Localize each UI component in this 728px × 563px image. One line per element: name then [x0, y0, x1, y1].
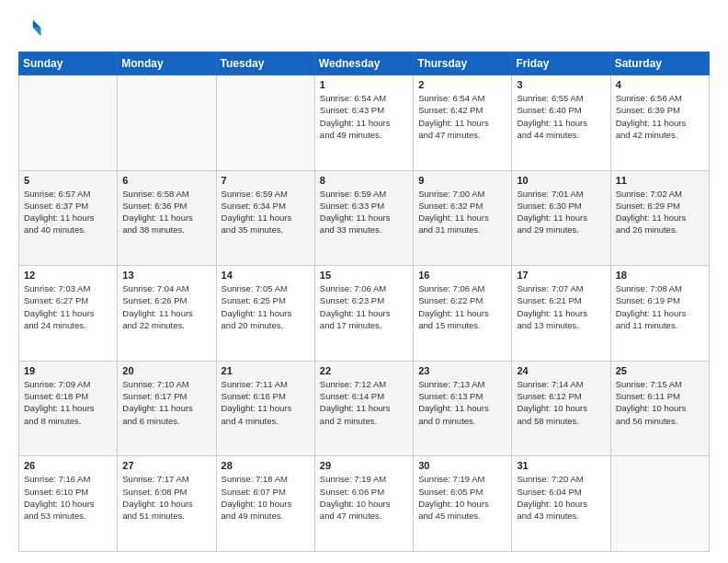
day-cell: 10Sunrise: 7:01 AM Sunset: 6:30 PM Dayli…: [512, 170, 610, 266]
day-info: Sunrise: 7:15 AM Sunset: 6:11 PM Dayligh…: [616, 378, 704, 427]
week-row-5: 26Sunrise: 7:16 AM Sunset: 6:10 PM Dayli…: [19, 456, 710, 552]
day-cell: 5Sunrise: 6:57 AM Sunset: 6:37 PM Daylig…: [19, 170, 118, 266]
day-number: 27: [122, 460, 210, 471]
day-cell: 12Sunrise: 7:03 AM Sunset: 6:27 PM Dayli…: [19, 266, 118, 362]
weekday-header-thursday: Thursday: [414, 52, 512, 75]
day-info: Sunrise: 7:03 AM Sunset: 6:27 PM Dayligh…: [24, 282, 112, 331]
weekday-header-friday: Friday: [512, 52, 610, 75]
day-number: 24: [517, 365, 605, 376]
day-number: 3: [517, 79, 605, 90]
day-number: 11: [616, 175, 704, 186]
svg-marker-0: [33, 20, 41, 29]
day-number: 20: [122, 365, 210, 376]
day-number: 12: [24, 270, 112, 281]
day-cell: 26Sunrise: 7:16 AM Sunset: 6:10 PM Dayli…: [19, 456, 118, 552]
day-cell: 9Sunrise: 7:00 AM Sunset: 6:32 PM Daylig…: [414, 170, 512, 266]
week-row-4: 19Sunrise: 7:09 AM Sunset: 6:18 PM Dayli…: [19, 361, 710, 456]
day-cell: 2Sunrise: 6:54 AM Sunset: 6:42 PM Daylig…: [414, 75, 512, 171]
day-info: Sunrise: 7:02 AM Sunset: 6:29 PM Dayligh…: [616, 188, 704, 236]
day-number: 22: [320, 365, 408, 376]
svg-marker-1: [33, 28, 41, 36]
day-info: Sunrise: 6:59 AM Sunset: 6:33 PM Dayligh…: [320, 188, 408, 236]
day-info: Sunrise: 7:10 AM Sunset: 6:17 PM Dayligh…: [122, 378, 210, 427]
day-number: 8: [320, 175, 408, 186]
day-info: Sunrise: 7:19 AM Sunset: 6:06 PM Dayligh…: [320, 473, 408, 522]
day-info: Sunrise: 7:16 AM Sunset: 6:10 PM Dayligh…: [24, 473, 112, 522]
day-number: 16: [418, 270, 506, 281]
day-number: 4: [616, 79, 704, 90]
day-info: Sunrise: 7:12 AM Sunset: 6:14 PM Dayligh…: [320, 378, 408, 427]
day-cell: 13Sunrise: 7:04 AM Sunset: 6:26 PM Dayli…: [118, 266, 216, 362]
day-number: 29: [320, 460, 408, 471]
day-number: 17: [517, 270, 605, 281]
day-cell: 31Sunrise: 7:20 AM Sunset: 6:04 PM Dayli…: [512, 456, 610, 552]
day-number: 31: [517, 460, 605, 471]
day-number: 23: [418, 365, 506, 376]
week-row-1: 1Sunrise: 6:54 AM Sunset: 6:43 PM Daylig…: [19, 75, 710, 171]
day-info: Sunrise: 7:06 AM Sunset: 6:23 PM Dayligh…: [320, 282, 408, 331]
day-number: 6: [122, 175, 210, 186]
day-number: 26: [24, 460, 112, 471]
day-cell: [610, 456, 709, 552]
day-cell: 23Sunrise: 7:13 AM Sunset: 6:13 PM Dayli…: [414, 361, 512, 456]
day-info: Sunrise: 7:06 AM Sunset: 6:22 PM Dayligh…: [418, 282, 506, 331]
day-cell: 16Sunrise: 7:06 AM Sunset: 6:22 PM Dayli…: [414, 266, 512, 362]
day-info: Sunrise: 7:08 AM Sunset: 6:19 PM Dayligh…: [616, 282, 704, 331]
day-info: Sunrise: 6:54 AM Sunset: 6:42 PM Dayligh…: [418, 92, 506, 141]
week-row-2: 5Sunrise: 6:57 AM Sunset: 6:37 PM Daylig…: [19, 170, 710, 266]
day-cell: 1Sunrise: 6:54 AM Sunset: 6:43 PM Daylig…: [314, 75, 413, 171]
day-number: 9: [418, 175, 506, 186]
day-number: 21: [222, 365, 310, 376]
weekday-header-row: SundayMondayTuesdayWednesdayThursdayFrid…: [19, 52, 710, 75]
day-info: Sunrise: 7:14 AM Sunset: 6:12 PM Dayligh…: [517, 378, 605, 427]
weekday-header-saturday: Saturday: [610, 52, 709, 75]
day-number: 30: [418, 460, 506, 471]
day-cell: 19Sunrise: 7:09 AM Sunset: 6:18 PM Dayli…: [19, 361, 118, 456]
weekday-header-sunday: Sunday: [19, 52, 118, 75]
day-number: 14: [222, 270, 310, 281]
day-cell: 6Sunrise: 6:58 AM Sunset: 6:36 PM Daylig…: [118, 170, 216, 266]
day-number: 19: [24, 365, 112, 376]
day-info: Sunrise: 7:18 AM Sunset: 6:07 PM Dayligh…: [222, 473, 310, 522]
day-cell: 14Sunrise: 7:05 AM Sunset: 6:25 PM Dayli…: [216, 266, 314, 362]
day-cell: 27Sunrise: 7:17 AM Sunset: 6:08 PM Dayli…: [118, 456, 216, 552]
day-cell: [19, 75, 118, 171]
day-info: Sunrise: 6:55 AM Sunset: 6:40 PM Dayligh…: [517, 92, 605, 141]
day-cell: 15Sunrise: 7:06 AM Sunset: 6:23 PM Dayli…: [314, 266, 413, 362]
day-number: 18: [616, 270, 704, 281]
day-cell: [216, 75, 314, 171]
day-number: 10: [517, 175, 605, 186]
day-cell: 28Sunrise: 7:18 AM Sunset: 6:07 PM Dayli…: [216, 456, 314, 552]
weekday-header-wednesday: Wednesday: [314, 52, 413, 75]
day-info: Sunrise: 6:56 AM Sunset: 6:39 PM Dayligh…: [616, 92, 704, 141]
day-number: 7: [222, 175, 310, 186]
day-number: 5: [24, 175, 112, 186]
day-cell: 17Sunrise: 7:07 AM Sunset: 6:21 PM Dayli…: [512, 266, 610, 362]
day-cell: 21Sunrise: 7:11 AM Sunset: 6:16 PM Dayli…: [216, 361, 314, 456]
day-info: Sunrise: 7:09 AM Sunset: 6:18 PM Dayligh…: [24, 378, 112, 427]
week-row-3: 12Sunrise: 7:03 AM Sunset: 6:27 PM Dayli…: [19, 266, 710, 362]
day-info: Sunrise: 7:11 AM Sunset: 6:16 PM Dayligh…: [222, 378, 310, 427]
day-number: 13: [122, 270, 210, 281]
day-cell: [118, 75, 216, 171]
day-info: Sunrise: 7:01 AM Sunset: 6:30 PM Dayligh…: [517, 188, 605, 236]
day-info: Sunrise: 7:00 AM Sunset: 6:32 PM Dayligh…: [418, 188, 506, 236]
day-cell: 8Sunrise: 6:59 AM Sunset: 6:33 PM Daylig…: [314, 170, 413, 266]
day-cell: 3Sunrise: 6:55 AM Sunset: 6:40 PM Daylig…: [512, 75, 610, 171]
logo: [18, 17, 48, 42]
day-cell: 4Sunrise: 6:56 AM Sunset: 6:39 PM Daylig…: [610, 75, 709, 171]
day-info: Sunrise: 7:17 AM Sunset: 6:08 PM Dayligh…: [122, 473, 210, 522]
logo-icon: [18, 17, 44, 42]
day-info: Sunrise: 6:57 AM Sunset: 6:37 PM Dayligh…: [24, 188, 112, 236]
day-info: Sunrise: 7:04 AM Sunset: 6:26 PM Dayligh…: [122, 282, 210, 331]
day-cell: 25Sunrise: 7:15 AM Sunset: 6:11 PM Dayli…: [610, 361, 709, 456]
weekday-header-tuesday: Tuesday: [216, 52, 314, 75]
day-info: Sunrise: 7:13 AM Sunset: 6:13 PM Dayligh…: [418, 378, 506, 427]
header: [18, 17, 710, 42]
day-cell: 30Sunrise: 7:19 AM Sunset: 6:05 PM Dayli…: [414, 456, 512, 552]
day-info: Sunrise: 7:20 AM Sunset: 6:04 PM Dayligh…: [517, 473, 605, 522]
day-cell: 22Sunrise: 7:12 AM Sunset: 6:14 PM Dayli…: [314, 361, 413, 456]
day-info: Sunrise: 6:54 AM Sunset: 6:43 PM Dayligh…: [320, 92, 408, 141]
day-number: 15: [320, 270, 408, 281]
day-info: Sunrise: 7:05 AM Sunset: 6:25 PM Dayligh…: [222, 282, 310, 331]
